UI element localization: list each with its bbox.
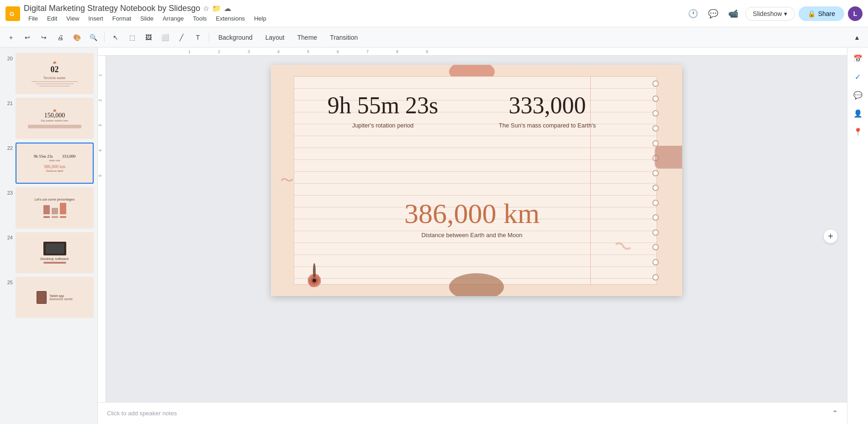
calendar-icon[interactable]: 📅: [851, 51, 865, 66]
menu-view[interactable]: View: [62, 13, 84, 24]
main-area: 20 🍂 02 Section name 21 🍂 150,000 Bi: [0, 48, 868, 424]
background-button[interactable]: Background: [213, 30, 258, 45]
top-right-controls: 🕐 💬 📹 Slideshow ▾ 🔒 Share L: [685, 5, 863, 22]
separator-2: [209, 33, 209, 42]
add-button[interactable]: +: [4, 30, 18, 45]
slide-number-24: 24: [4, 232, 13, 240]
speaker-notes-placeholder: Click to add speaker notes: [107, 410, 177, 417]
zoom-in-button[interactable]: +: [823, 229, 838, 244]
deco-blob-right: [655, 146, 682, 169]
slide-item-25[interactable]: 25 Tablet app Awesome words: [0, 275, 97, 320]
slide-thumb-20[interactable]: 🍂 02 Section name: [16, 53, 94, 94]
ribbon-left: 〜: [280, 171, 294, 190]
theme-button[interactable]: Theme: [292, 30, 323, 45]
cursor-button[interactable]: ↖: [108, 30, 123, 45]
stat2-value: 333,000: [472, 92, 623, 118]
history-icon[interactable]: 🕐: [685, 5, 701, 22]
shape-button[interactable]: ⬜: [158, 30, 172, 45]
check-circle-icon[interactable]: ✓: [851, 69, 865, 84]
slideshow-button[interactable]: Slideshow ▾: [745, 7, 795, 21]
layout-button[interactable]: Layout: [260, 30, 290, 45]
menu-tools[interactable]: Tools: [188, 13, 211, 24]
slide-number-22: 22: [4, 143, 13, 151]
speaker-notes[interactable]: Click to add speaker notes ⌃: [98, 402, 847, 424]
menu-bar: File Edit View Insert Format Slide Arran…: [24, 13, 681, 24]
chevron-down-icon: ▾: [784, 10, 787, 17]
stat1-value: 9h 55m 23s: [298, 92, 467, 118]
menu-slide[interactable]: Slide: [136, 13, 158, 24]
comment-icon[interactable]: 💬: [705, 5, 721, 22]
transition-button[interactable]: Transition: [324, 30, 363, 45]
comment-sidebar-icon[interactable]: 💬: [851, 88, 865, 102]
avatar[interactable]: L: [848, 6, 863, 21]
zoom-button[interactable]: 🔍: [86, 30, 101, 45]
stat1-label: Jupiter's rotation period: [298, 122, 467, 129]
redo-button[interactable]: ↪: [37, 30, 51, 45]
menu-format[interactable]: Format: [108, 13, 136, 24]
expand-notes-icon[interactable]: ⌃: [832, 409, 838, 418]
lock-icon: 🔒: [808, 10, 815, 17]
ruler-horizontal: 1 2 3 4 5 6 7 8 9: [98, 48, 847, 56]
share-button[interactable]: 🔒 Share: [799, 6, 844, 21]
text-button[interactable]: T: [191, 30, 205, 45]
svg-text:G: G: [10, 11, 14, 17]
menu-edit[interactable]: Edit: [42, 13, 62, 24]
slide-main[interactable]: 〜 9h 55m 23s Jupiter's rotation period 3…: [271, 65, 682, 296]
slide-item-21[interactable]: 21 🍂 150,000 Big number subtitle here: [0, 96, 97, 141]
menu-insert[interactable]: Insert: [84, 13, 108, 24]
undo-button[interactable]: ↩: [20, 30, 35, 45]
top-bar: G Digital Marketing Strategy Notebook by…: [0, 0, 868, 27]
stat-sun-mass: 333,000 The Sun's mass compared to Earth…: [472, 92, 623, 129]
stat-moon-distance: 386,000 km Distance between Earth and th…: [298, 197, 646, 238]
slide-thumb-22[interactable]: 9h 55m 23s333,000 stats row 386,000 km D…: [16, 143, 94, 184]
stat2-label: The Sun's mass compared to Earth's: [472, 122, 623, 129]
flower-decoration: [296, 255, 333, 289]
right-sidebar: 📅 ✓ 💬 👤 📍: [847, 48, 868, 424]
star-icon[interactable]: ☆: [203, 4, 209, 13]
slide-thumb-23[interactable]: Let's use some percentages: [16, 187, 94, 228]
slide-item-24[interactable]: 24 Desktop software: [0, 230, 97, 275]
image-button[interactable]: 🖼: [141, 30, 156, 45]
ruler-vertical: 1 2 3 4 5: [98, 56, 106, 402]
paint-format-button[interactable]: 🎨: [69, 30, 84, 45]
folder-icon[interactable]: 📁: [212, 4, 221, 13]
stat-rotation-period: 9h 55m 23s Jupiter's rotation period: [298, 92, 467, 129]
doc-title-area: Digital Marketing Strategy Notebook by S…: [24, 4, 681, 24]
pin-icon[interactable]: 📍: [851, 124, 865, 139]
line-button[interactable]: ╱: [174, 30, 189, 45]
slide-number-20: 20: [4, 53, 13, 61]
spiral-holes: [652, 76, 659, 285]
slide-thumb-21[interactable]: 🍂 150,000 Big number subtitle here: [16, 98, 94, 139]
menu-arrange[interactable]: Arrange: [158, 13, 188, 24]
person-icon[interactable]: 👤: [851, 106, 865, 121]
separator-1: [104, 33, 105, 42]
select-button[interactable]: ⬚: [125, 30, 139, 45]
menu-extensions[interactable]: Extensions: [212, 13, 250, 24]
slide-thumb-25[interactable]: Tablet app Awesome words: [16, 277, 94, 318]
doc-title[interactable]: Digital Marketing Strategy Notebook by S…: [24, 4, 200, 13]
slide-item-23[interactable]: 23 Let's use some percentages: [0, 186, 97, 230]
slide-number-25: 25: [4, 277, 13, 285]
canvas-area: 1 2 3 4 5 6 7 8 9 1 2 3 4 5: [98, 48, 847, 424]
video-icon[interactable]: 📹: [725, 5, 741, 22]
slide-thumb-24[interactable]: Desktop software: [16, 232, 94, 273]
slide-canvas-wrap[interactable]: 〜 9h 55m 23s Jupiter's rotation period 3…: [106, 56, 847, 402]
slide-number-21: 21: [4, 98, 13, 106]
cloud-icon[interactable]: ☁: [224, 4, 231, 13]
toolbar: + ↩ ↪ 🖨 🎨 🔍 ↖ ⬚ 🖼 ⬜ ╱ T Background Layou…: [0, 27, 868, 48]
app-logo: G: [5, 6, 20, 21]
slide-item-20[interactable]: 20 🍂 02 Section name: [0, 51, 97, 96]
stat3-label: Distance between Earth and the Moon: [298, 232, 646, 238]
stat3-value: 386,000 km: [298, 197, 646, 230]
svg-point-9: [312, 279, 316, 282]
slide-item-22[interactable]: 22 9h 55m 23s333,000 stats row 386,000 k…: [0, 141, 97, 186]
slide-panel: 20 🍂 02 Section name 21 🍂 150,000 Bi: [0, 48, 98, 424]
menu-help[interactable]: Help: [249, 13, 271, 24]
slide-number-23: 23: [4, 187, 13, 196]
print-button[interactable]: 🖨: [53, 30, 68, 45]
ruler-canvas-area: 1 2 3 4 5: [98, 56, 847, 402]
menu-file[interactable]: File: [24, 13, 42, 24]
collapse-toolbar-button[interactable]: ▲: [850, 30, 864, 45]
